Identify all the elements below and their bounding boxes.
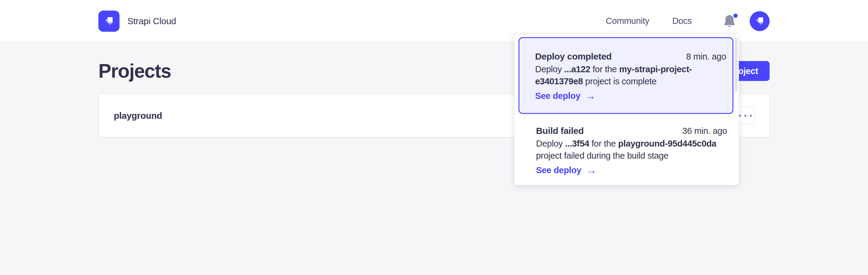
- dropdown-scrollbar-thumb[interactable]: [735, 37, 738, 92]
- notification-title: Deploy completed: [535, 51, 612, 62]
- header-nav: Community Docs: [606, 11, 770, 31]
- brand-home-link[interactable]: Strapi Cloud: [98, 10, 176, 32]
- avatar-strapi-icon: [753, 15, 766, 28]
- unread-dot-icon: [734, 13, 738, 18]
- nav-link-community[interactable]: Community: [606, 16, 649, 26]
- notification-body: Deploy ...3f54 for the playground-95d445…: [536, 138, 727, 162]
- see-deploy-link[interactable]: See deploy →: [536, 164, 596, 176]
- see-deploy-link[interactable]: See deploy →: [535, 90, 595, 102]
- project-name: playground: [114, 111, 162, 121]
- brand-name: Strapi Cloud: [127, 16, 176, 26]
- ellipsis-icon: [739, 114, 752, 117]
- arrow-right-icon: →: [585, 90, 595, 102]
- notification-body: Deploy ...a122 for the my-strapi-project…: [535, 63, 726, 87]
- nav-link-docs[interactable]: Docs: [672, 16, 692, 26]
- arrow-right-icon: →: [586, 164, 596, 176]
- strapi-logo-icon: [98, 10, 120, 32]
- project-more-button[interactable]: [736, 107, 754, 125]
- user-avatar[interactable]: [750, 11, 770, 31]
- notifications-dropdown: Deploy completed 8 min. ago Deploy ...a1…: [514, 34, 739, 185]
- notifications-bell-button[interactable]: [723, 14, 736, 28]
- notification-item-build-failed[interactable]: Build failed 36 min. ago Deploy ...3f54 …: [514, 114, 739, 184]
- notification-time: 36 min. ago: [682, 125, 727, 137]
- notification-item-deploy-completed[interactable]: Deploy completed 8 min. ago Deploy ...a1…: [519, 37, 734, 114]
- notification-title: Build failed: [536, 125, 584, 137]
- notification-time: 8 min. ago: [686, 51, 726, 62]
- page-title: Projects: [98, 59, 171, 82]
